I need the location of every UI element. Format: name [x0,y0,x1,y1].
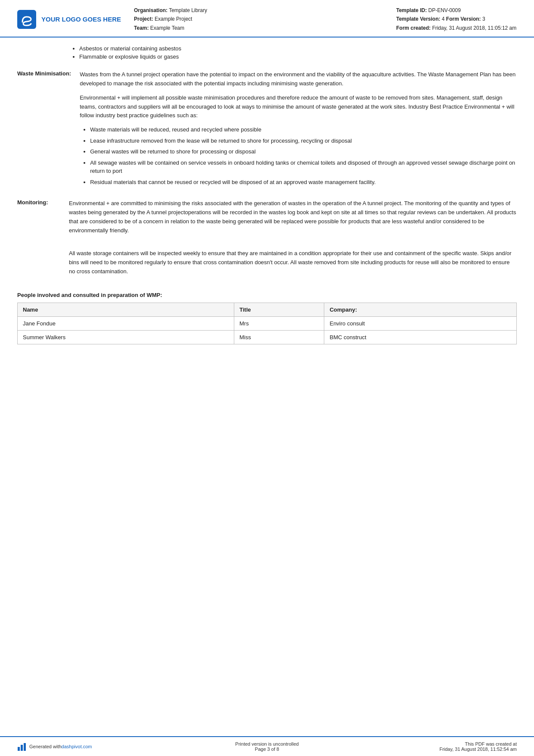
waste-para-2: Environmental + will implement all possi… [80,94,517,120]
project-value: Example Project [155,16,192,22]
template-version-value: 4 [442,16,445,22]
svg-rect-2 [21,745,23,751]
table-cell-title: Miss [234,330,324,344]
waste-minimisation-label: Waste Minimisation: [17,70,80,191]
team-label: Team: [134,25,149,31]
table-cell-title: Mrs [234,316,324,330]
footer-printed-line1: Printed version is uncontrolled [184,741,351,747]
list-item: Lease infrastructure removed from the le… [90,137,517,145]
main-content: Asbestos or material containing asbestos… [0,37,534,756]
form-version-label: Form Version: [446,16,481,22]
footer-left: Generated with dashpivot.com [17,742,184,751]
top-bullets-list: Asbestos or material containing asbestos… [69,45,517,60]
form-version-value: 3 [482,16,485,22]
monitoring-para-1: Environmental + are committed to minimis… [69,199,517,235]
footer-generated-prefix: Generated with [29,744,62,749]
table-cell-name: Jane Fondue [18,316,234,330]
table-col-title: Title [234,303,324,316]
list-item: All sewage wastes will be contained on s… [90,159,517,175]
table-cell-name: Summer Walkers [18,330,234,344]
table-col-company: Company: [324,303,517,316]
footer-right: This PDF was created at Friday, 31 Augus… [350,741,517,752]
logo-section: YOUR LOGO GOES HERE [17,6,121,32]
monitoring-para-2: All waste storage containers will be ins… [69,249,517,276]
table-row: Summer Walkers Miss BMC construct [18,330,517,344]
dashpivot-icon [17,742,27,751]
form-created-value: Friday, 31 August 2018, 11:05:12 am [432,25,516,31]
page-footer: Generated with dashpivot.com Printed ver… [0,736,534,756]
monitoring-label: Monitoring: [17,199,69,281]
table-header-row: Name Title Company: [18,303,517,316]
template-id-label: Template ID: [396,7,427,13]
waste-minimisation-content: Wastes from the A tunnel project operati… [80,70,517,191]
org-value: Template Library [169,7,207,13]
page-header: YOUR LOGO GOES HERE Organisation: Templa… [0,0,534,37]
monitoring-content: Environmental + are committed to minimis… [69,199,517,281]
svg-rect-1 [18,747,20,751]
waste-para-1: Wastes from the A tunnel project operati… [80,70,517,88]
template-id-value: DP-ENV-0009 [428,7,460,13]
svg-rect-3 [24,743,26,751]
logo-text: YOUR LOGO GOES HERE [41,16,121,23]
footer-page-number: Page 3 of 8 [184,747,351,752]
table-row: Jane Fondue Mrs Enviro consult [18,316,517,330]
people-section: People involved and consulted in prepara… [17,292,517,344]
waste-minimisation-section: Waste Minimisation: Wastes from the A tu… [17,70,517,191]
footer-pdf-created: This PDF was created at [350,741,517,747]
footer-center: Printed version is uncontrolled Page 3 o… [184,741,351,752]
list-item: Residual materials that cannot be reused… [90,178,517,187]
list-item: Asbestos or material containing asbestos [79,45,517,52]
people-section-title: People involved and consulted in prepara… [17,292,517,298]
header-meta-right: Template ID: DP-ENV-0009 Template Versio… [396,6,517,32]
org-label: Organisation: [134,7,168,13]
list-item: Waste materials will be reduced, reused … [90,125,517,134]
waste-bullets-list: Waste materials will be reduced, reused … [80,125,517,186]
project-label: Project: [134,16,153,22]
team-value: Example Team [150,25,184,31]
top-bullets-section: Asbestos or material containing asbestos… [17,45,517,60]
monitoring-section: Monitoring: Environmental + are committe… [17,199,517,281]
table-cell-company: BMC construct [324,330,517,344]
template-version-label: Template Version: [396,16,440,22]
list-item: Flammable or explosive liquids or gases [79,53,517,60]
table-col-name: Name [18,303,234,316]
footer-generated-link[interactable]: dashpivot.com [62,744,92,749]
footer-pdf-date: Friday, 31 August 2018, 11:52:54 am [350,747,517,752]
table-cell-company: Enviro consult [324,316,517,330]
logo-icon [17,10,36,29]
form-created-label: Form created: [396,25,431,31]
people-table: Name Title Company: Jane Fondue Mrs Envi… [17,303,517,344]
list-item: General wastes will be returned to shore… [90,147,517,156]
header-meta-center: Organisation: Template Library Project: … [134,6,396,32]
